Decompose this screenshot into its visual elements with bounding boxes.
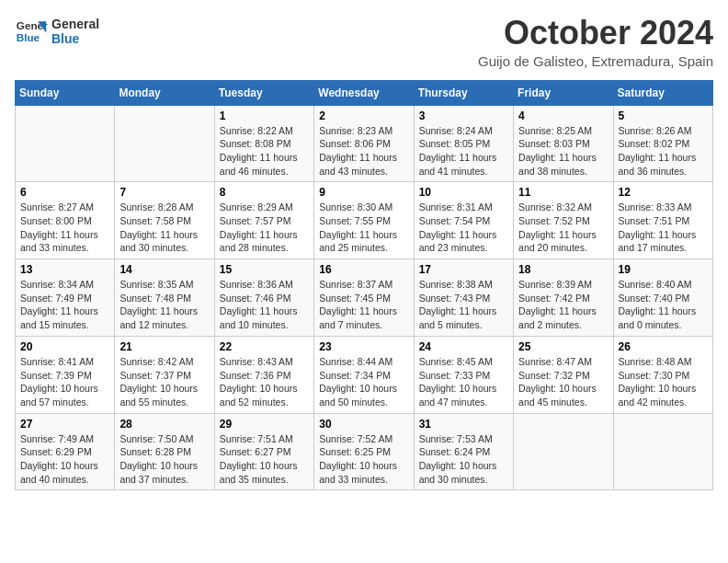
cell-info: Sunrise: 8:24 AMSunset: 8:05 PMDaylight:…: [419, 124, 508, 178]
calendar-cell: 21Sunrise: 8:42 AMSunset: 7:37 PMDayligh…: [115, 336, 214, 413]
month-title: October 2024: [478, 15, 713, 52]
day-number: 20: [20, 340, 109, 353]
day-number: 10: [419, 186, 508, 199]
day-number: 5: [619, 109, 708, 122]
cell-info: Sunrise: 8:27 AMSunset: 8:00 PMDaylight:…: [20, 201, 109, 255]
day-number: 7: [119, 186, 209, 199]
day-header-monday: Monday: [115, 80, 214, 105]
cell-info: Sunrise: 7:49 AMSunset: 6:29 PMDaylight:…: [20, 432, 109, 487]
calendar-cell: 19Sunrise: 8:40 AMSunset: 7:40 PMDayligh…: [613, 259, 712, 337]
calendar-cell: 1Sunrise: 8:22 AMSunset: 8:08 PMDaylight…: [214, 105, 313, 182]
calendar-cell: 4Sunrise: 8:25 AMSunset: 8:03 PMDaylight…: [514, 105, 613, 182]
day-number: 21: [119, 340, 209, 353]
calendar-week-4: 20Sunrise: 8:41 AMSunset: 7:39 PMDayligh…: [16, 336, 713, 413]
calendar-week-3: 13Sunrise: 8:34 AMSunset: 7:49 PMDayligh…: [16, 259, 713, 337]
cell-info: Sunrise: 8:23 AMSunset: 8:06 PMDaylight:…: [319, 124, 408, 178]
calendar-cell: 6Sunrise: 8:27 AMSunset: 8:00 PMDaylight…: [16, 182, 115, 259]
calendar-cell: 30Sunrise: 7:52 AMSunset: 6:25 PMDayligh…: [314, 413, 414, 490]
calendar-cell: 9Sunrise: 8:30 AMSunset: 7:55 PMDaylight…: [314, 182, 414, 259]
day-number: 4: [518, 109, 608, 122]
day-number: 12: [619, 186, 708, 199]
cell-info: Sunrise: 8:41 AMSunset: 7:39 PMDaylight:…: [20, 355, 109, 409]
day-header-thursday: Thursday: [414, 80, 513, 105]
day-number: 6: [20, 186, 109, 199]
cell-info: Sunrise: 8:35 AMSunset: 7:48 PMDaylight:…: [119, 278, 209, 332]
cell-info: Sunrise: 7:50 AMSunset: 6:28 PMDaylight:…: [119, 432, 209, 487]
calendar-cell: 27Sunrise: 7:49 AMSunset: 6:29 PMDayligh…: [16, 413, 115, 490]
day-number: 29: [220, 418, 309, 431]
cell-info: Sunrise: 8:48 AMSunset: 7:30 PMDaylight:…: [619, 355, 708, 409]
day-header-saturday: Saturday: [613, 80, 712, 105]
calendar-cell: 17Sunrise: 8:38 AMSunset: 7:43 PMDayligh…: [414, 259, 513, 337]
day-number: 17: [419, 263, 508, 276]
calendar-cell: [16, 105, 115, 182]
cell-info: Sunrise: 8:44 AMSunset: 7:34 PMDaylight:…: [319, 355, 408, 409]
cell-info: Sunrise: 8:34 AMSunset: 7:49 PMDaylight:…: [20, 278, 109, 332]
calendar-cell: 28Sunrise: 7:50 AMSunset: 6:28 PMDayligh…: [115, 413, 214, 490]
logo-blue: Blue: [51, 31, 99, 46]
calendar-cell: 11Sunrise: 8:32 AMSunset: 7:52 PMDayligh…: [514, 182, 613, 259]
cell-info: Sunrise: 8:30 AMSunset: 7:55 PMDaylight:…: [319, 201, 408, 255]
day-number: 30: [319, 418, 408, 431]
cell-info: Sunrise: 8:29 AMSunset: 7:57 PMDaylight:…: [220, 201, 309, 255]
calendar-cell: [613, 413, 712, 490]
calendar-week-2: 6Sunrise: 8:27 AMSunset: 8:00 PMDaylight…: [16, 182, 713, 259]
calendar-cell: 10Sunrise: 8:31 AMSunset: 7:54 PMDayligh…: [414, 182, 513, 259]
cell-info: Sunrise: 8:36 AMSunset: 7:46 PMDaylight:…: [220, 278, 309, 332]
calendar-cell: 8Sunrise: 8:29 AMSunset: 7:57 PMDaylight…: [214, 182, 313, 259]
day-number: 13: [20, 263, 109, 276]
day-number: 1: [220, 109, 309, 122]
calendar-week-1: 1Sunrise: 8:22 AMSunset: 8:08 PMDaylight…: [16, 105, 713, 182]
day-number: 25: [518, 340, 608, 353]
day-number: 22: [220, 340, 309, 353]
logo: General Blue General Blue: [15, 15, 99, 48]
title-block: October 2024 Guijo de Galisteo, Extremad…: [478, 15, 713, 69]
cell-info: Sunrise: 8:45 AMSunset: 7:33 PMDaylight:…: [419, 355, 508, 409]
cell-info: Sunrise: 7:51 AMSunset: 6:27 PMDaylight:…: [220, 432, 309, 487]
day-number: 18: [518, 263, 608, 276]
calendar-cell: 5Sunrise: 8:26 AMSunset: 8:02 PMDaylight…: [613, 105, 712, 182]
cell-info: Sunrise: 7:53 AMSunset: 6:24 PMDaylight:…: [419, 432, 508, 487]
calendar-cell: 20Sunrise: 8:41 AMSunset: 7:39 PMDayligh…: [16, 336, 115, 413]
calendar-table: SundayMondayTuesdayWednesdayThursdayFrid…: [15, 80, 713, 491]
cell-info: Sunrise: 8:42 AMSunset: 7:37 PMDaylight:…: [119, 355, 209, 409]
cell-info: Sunrise: 8:47 AMSunset: 7:32 PMDaylight:…: [518, 355, 608, 409]
cell-info: Sunrise: 8:37 AMSunset: 7:45 PMDaylight:…: [319, 278, 408, 332]
svg-text:Blue: Blue: [17, 31, 40, 43]
cell-info: Sunrise: 8:28 AMSunset: 7:58 PMDaylight:…: [119, 201, 209, 255]
cell-info: Sunrise: 8:31 AMSunset: 7:54 PMDaylight:…: [419, 201, 508, 255]
day-number: 11: [518, 186, 608, 199]
calendar-cell: 14Sunrise: 8:35 AMSunset: 7:48 PMDayligh…: [115, 259, 214, 337]
day-number: 26: [619, 340, 708, 353]
logo-general: General: [51, 17, 99, 31]
calendar-cell: 15Sunrise: 8:36 AMSunset: 7:46 PMDayligh…: [214, 259, 313, 337]
calendar-cell: 7Sunrise: 8:28 AMSunset: 7:58 PMDaylight…: [115, 182, 214, 259]
calendar-cell: 22Sunrise: 8:43 AMSunset: 7:36 PMDayligh…: [214, 336, 313, 413]
calendar-cell: 29Sunrise: 7:51 AMSunset: 6:27 PMDayligh…: [214, 413, 313, 490]
calendar-cell: 23Sunrise: 8:44 AMSunset: 7:34 PMDayligh…: [314, 336, 414, 413]
day-number: 19: [619, 263, 708, 276]
cell-info: Sunrise: 8:33 AMSunset: 7:51 PMDaylight:…: [619, 201, 708, 255]
calendar-cell: 3Sunrise: 8:24 AMSunset: 8:05 PMDaylight…: [414, 105, 513, 182]
cell-info: Sunrise: 8:40 AMSunset: 7:40 PMDaylight:…: [619, 278, 708, 332]
day-number: 8: [220, 186, 309, 199]
calendar-cell: 24Sunrise: 8:45 AMSunset: 7:33 PMDayligh…: [414, 336, 513, 413]
cell-info: Sunrise: 7:52 AMSunset: 6:25 PMDaylight:…: [319, 432, 408, 487]
day-header-sunday: Sunday: [16, 80, 115, 105]
day-number: 23: [319, 340, 408, 353]
calendar-cell: 26Sunrise: 8:48 AMSunset: 7:30 PMDayligh…: [613, 336, 712, 413]
page-header: General Blue General Blue October 2024 G…: [15, 15, 713, 69]
day-number: 2: [319, 109, 408, 122]
calendar-cell: 2Sunrise: 8:23 AMSunset: 8:06 PMDaylight…: [314, 105, 414, 182]
calendar-cell: 25Sunrise: 8:47 AMSunset: 7:32 PMDayligh…: [514, 336, 613, 413]
day-number: 14: [119, 263, 209, 276]
calendar-cell: 12Sunrise: 8:33 AMSunset: 7:51 PMDayligh…: [613, 182, 712, 259]
calendar-cell: 16Sunrise: 8:37 AMSunset: 7:45 PMDayligh…: [314, 259, 414, 337]
cell-info: Sunrise: 8:43 AMSunset: 7:36 PMDaylight:…: [220, 355, 309, 409]
logo-icon: General Blue: [15, 15, 48, 48]
cell-info: Sunrise: 8:32 AMSunset: 7:52 PMDaylight:…: [518, 201, 608, 255]
calendar-cell: 31Sunrise: 7:53 AMSunset: 6:24 PMDayligh…: [414, 413, 513, 490]
day-number: 16: [319, 263, 408, 276]
cell-info: Sunrise: 8:22 AMSunset: 8:08 PMDaylight:…: [220, 124, 309, 178]
cell-info: Sunrise: 8:25 AMSunset: 8:03 PMDaylight:…: [518, 124, 608, 178]
